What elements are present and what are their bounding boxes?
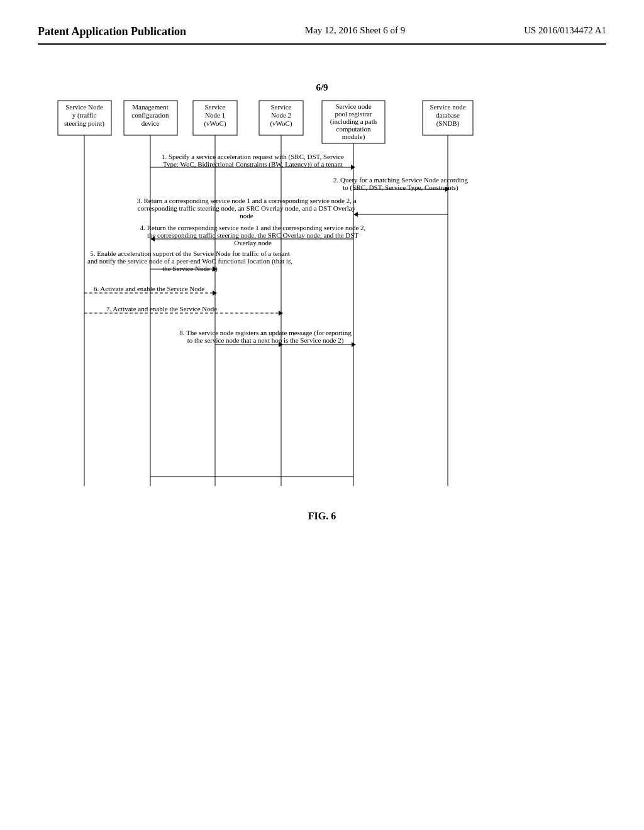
svg-text:the corresponding traffic stee: the corresponding traffic steering node,… <box>147 231 358 239</box>
svg-text:database: database <box>436 111 460 119</box>
svg-text:5. Enable acceleration support: 5. Enable acceleration support of the Se… <box>90 250 290 257</box>
svg-text:to the service node that a nex: to the service node that a next hop is t… <box>187 336 344 345</box>
svg-text:Service node: Service node <box>335 102 371 110</box>
publication-number: US 2016/0134472 A1 <box>524 25 606 36</box>
publication-meta: May 12, 2016 Sheet 6 of 9 <box>305 25 406 36</box>
svg-text:(SNDB): (SNDB) <box>436 119 460 128</box>
svg-text:module): module) <box>342 133 365 141</box>
svg-text:Service: Service <box>271 103 292 111</box>
svg-text:Service: Service <box>205 103 226 111</box>
publication-title: Patent Application Publication <box>38 25 186 38</box>
svg-text:7. Activate and enable the Ser: 7. Activate and enable the Service Node <box>106 305 217 313</box>
page-header: Patent Application Publication May 12, 2… <box>38 25 606 45</box>
page: Patent Application Publication May 12, 2… <box>0 0 644 830</box>
sequence-diagram: Service Node y (traffic steering point) … <box>52 99 592 498</box>
svg-text:2. Query for a matching Servic: 2. Query for a matching Service Node acc… <box>333 176 468 184</box>
svg-text:(vWoC): (vWoC) <box>204 119 226 128</box>
svg-text:device: device <box>142 119 160 127</box>
svg-text:corresponding traffic steering: corresponding traffic steering node, an … <box>138 204 356 212</box>
svg-text:the Service Node 2): the Service Node 2) <box>162 265 218 273</box>
svg-text:y (traffic: y (traffic <box>72 111 97 119</box>
diagram-svg: Service Node y (traffic steering point) … <box>52 99 592 495</box>
svg-text:node: node <box>240 212 253 219</box>
svg-text:Service Node: Service Node <box>65 103 103 111</box>
svg-text:Overlay node: Overlay node <box>234 239 272 246</box>
svg-marker-41 <box>353 212 358 217</box>
svg-text:Node 1: Node 1 <box>205 111 225 119</box>
svg-text:4. Return the corresponding se: 4. Return the corresponding service node… <box>140 224 366 231</box>
svg-text:6. Activate and enable the Ser: 6. Activate and enable the Service Node <box>94 285 204 292</box>
svg-text:to (SRC, DST, Service Type, Co: to (SRC, DST, Service Type, Constraints) <box>343 184 458 192</box>
svg-text:computation: computation <box>336 125 371 133</box>
svg-text:configuration: configuration <box>131 111 169 119</box>
svg-text:Type: WoC, Bidirectional Const: Type: WoC, Bidirectional Constraints (BW… <box>163 160 343 169</box>
svg-text:steering point): steering point) <box>64 119 104 128</box>
svg-text:Node 2: Node 2 <box>271 111 291 119</box>
svg-text:3. Return a corresponding serv: 3. Return a corresponding service node 1… <box>136 197 356 204</box>
diagram-label: 6/9 <box>38 82 606 93</box>
fig-caption: FIG. 6 <box>38 511 606 522</box>
svg-text:Management: Management <box>132 103 168 111</box>
svg-text:pool registrar: pool registrar <box>335 110 372 118</box>
svg-text:(vWoC): (vWoC) <box>270 119 292 128</box>
svg-text:Service node: Service node <box>430 103 465 111</box>
